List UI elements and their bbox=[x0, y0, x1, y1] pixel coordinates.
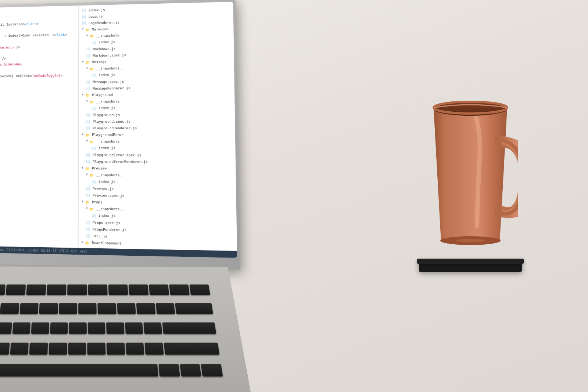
key[interactable] bbox=[78, 303, 97, 314]
key[interactable] bbox=[50, 322, 68, 334]
file-icon: 📄 bbox=[92, 179, 97, 184]
key[interactable] bbox=[68, 342, 86, 355]
folder-snapshots-pge[interactable]: ▼ 📁 __snapshots__ bbox=[79, 138, 235, 145]
code-line: lasses.showCode} onClick={onCodeToggle}> bbox=[0, 72, 78, 79]
key[interactable] bbox=[117, 303, 136, 314]
key[interactable] bbox=[39, 303, 58, 314]
file-icon: 📄 bbox=[86, 227, 91, 231]
key[interactable] bbox=[126, 342, 144, 355]
file-name: index.js bbox=[98, 72, 115, 78]
key-row-1 bbox=[0, 281, 211, 298]
tree-item: 📄 PlaygroundError.spec.js bbox=[79, 151, 236, 158]
key[interactable] bbox=[0, 285, 6, 295]
key[interactable] bbox=[175, 303, 213, 314]
key[interactable] bbox=[136, 303, 155, 314]
file-icon: 📄 bbox=[86, 47, 92, 51]
screen-bezel: nk>) name}← Exit Isolation</Link> name +… bbox=[0, 2, 237, 258]
key[interactable] bbox=[162, 322, 216, 334]
key[interactable] bbox=[149, 285, 169, 295]
file-name: index.js bbox=[89, 7, 105, 13]
folder-icon: 📁 bbox=[85, 133, 90, 137]
key[interactable] bbox=[68, 285, 87, 295]
folder-icon: 📁 bbox=[86, 60, 91, 64]
tree-item: 📄 index.js bbox=[79, 145, 235, 152]
key[interactable] bbox=[107, 342, 125, 355]
arrow-icon: ▼ bbox=[86, 139, 89, 144]
key[interactable] bbox=[98, 303, 116, 314]
key[interactable] bbox=[0, 342, 10, 355]
key[interactable] bbox=[31, 322, 49, 334]
folder-name: __snapshots__ bbox=[96, 139, 124, 144]
arrow-icon: ▼ bbox=[86, 206, 89, 211]
status-position: 65:13 bbox=[41, 249, 50, 253]
key[interactable] bbox=[164, 342, 219, 355]
key[interactable] bbox=[158, 364, 180, 376]
spacebar-key[interactable] bbox=[0, 364, 158, 376]
key[interactable] bbox=[180, 364, 201, 376]
file-icon: 📄 bbox=[86, 80, 91, 84]
key[interactable] bbox=[87, 342, 106, 355]
key[interactable] bbox=[169, 285, 190, 295]
folder-icon: 📁 bbox=[90, 66, 95, 71]
folder-name: Markdown bbox=[92, 26, 108, 32]
key[interactable] bbox=[0, 303, 19, 314]
key[interactable] bbox=[10, 342, 29, 355]
key[interactable] bbox=[145, 342, 164, 355]
folder-name: Playground bbox=[92, 92, 113, 98]
folder-name: __snapshots__ bbox=[96, 206, 124, 212]
key[interactable] bbox=[106, 322, 124, 334]
key[interactable] bbox=[59, 303, 77, 314]
key[interactable] bbox=[144, 322, 162, 334]
file-name: PlaygroundError.spec.js bbox=[93, 152, 141, 158]
key-row-4 bbox=[0, 339, 220, 358]
key[interactable] bbox=[12, 322, 31, 334]
key[interactable] bbox=[6, 285, 26, 295]
folder-name: __snapshots__ bbox=[96, 65, 123, 71]
key-row-5 bbox=[0, 360, 223, 380]
key[interactable] bbox=[47, 285, 67, 295]
file-name: LogoRenderer.js bbox=[89, 19, 120, 26]
code-editor-panel: nk>) name}← Exit Isolation</Link> name +… bbox=[0, 6, 79, 255]
file-icon: 📄 bbox=[86, 159, 91, 163]
key-row-3 bbox=[0, 319, 217, 337]
key[interactable] bbox=[0, 322, 12, 334]
folder-name: ReactComponent bbox=[92, 240, 122, 246]
key[interactable] bbox=[88, 322, 105, 334]
folder-name: Props bbox=[92, 199, 103, 205]
key[interactable] bbox=[49, 342, 67, 355]
key[interactable] bbox=[69, 322, 87, 334]
key[interactable] bbox=[189, 285, 210, 295]
file-name: index.js bbox=[98, 145, 115, 151]
folder-icon: 📄 bbox=[82, 8, 87, 12]
folder-name: __snapshots__ bbox=[96, 172, 124, 178]
key[interactable] bbox=[201, 364, 223, 376]
file-name: PlaygroundErrorRenderer.js bbox=[93, 159, 148, 165]
file-icon: 📄 bbox=[92, 73, 97, 77]
file-name: Markdown.js bbox=[93, 46, 115, 52]
key[interactable] bbox=[108, 285, 128, 295]
key[interactable] bbox=[29, 342, 48, 355]
file-icon: 📄 bbox=[86, 193, 91, 197]
key[interactable] bbox=[156, 303, 175, 314]
arrow-icon: ▼ bbox=[86, 173, 89, 177]
arrow-icon: ▼ bbox=[82, 93, 85, 97]
folder-preview[interactable]: ▼ 📁 Preview bbox=[79, 165, 236, 172]
folder-icon: 📁 bbox=[85, 240, 90, 245]
key[interactable] bbox=[129, 285, 149, 295]
folder-name: Preview bbox=[92, 165, 107, 171]
arrow-icon: ▼ bbox=[82, 240, 85, 245]
folder-playground-error[interactable]: ▼ 📁 PlaygroundError bbox=[79, 131, 235, 138]
arrow-icon: ▼ bbox=[82, 199, 85, 204]
key[interactable] bbox=[125, 322, 143, 334]
file-name: Message.spec.js bbox=[93, 79, 124, 84]
coffee-scene bbox=[401, 59, 540, 272]
file-name: PropsRenderer.js bbox=[93, 226, 127, 233]
folder-name: Message bbox=[92, 59, 107, 65]
arrow-icon: ▼ bbox=[82, 27, 85, 32]
folder-icon: 📁 bbox=[90, 99, 95, 104]
key[interactable] bbox=[19, 303, 38, 314]
file-icon: 📄 bbox=[86, 112, 91, 117]
folder-icon: 📁 bbox=[90, 34, 95, 38]
key[interactable] bbox=[26, 285, 46, 295]
key[interactable] bbox=[88, 285, 107, 295]
